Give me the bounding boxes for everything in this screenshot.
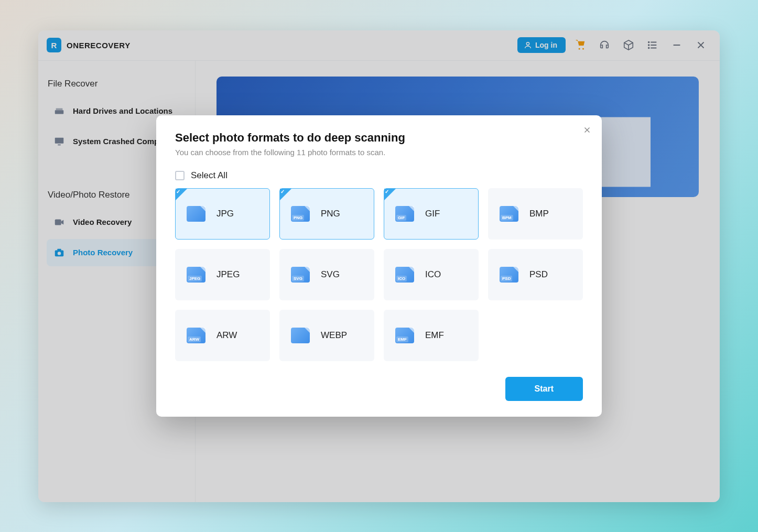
selected-check-icon <box>176 189 187 200</box>
file-type-icon: ICO <box>394 264 416 286</box>
format-card-jpg[interactable]: JPG <box>175 188 270 240</box>
file-type-icon <box>185 203 207 225</box>
file-type-icon: BPM <box>498 203 520 225</box>
checkbox-icon <box>175 171 185 180</box>
format-select-modal: Select photo formats to do deep scanning… <box>156 115 602 417</box>
format-label: PSD <box>529 269 548 280</box>
format-label: WEBP <box>321 330 347 341</box>
format-card-bmp[interactable]: BPMBMP <box>488 188 583 240</box>
file-type-icon: EMF <box>394 324 416 346</box>
format-card-gif[interactable]: GIFGIF <box>384 188 479 240</box>
format-label: JPG <box>216 209 234 219</box>
file-type-icon: PSD <box>498 264 520 286</box>
format-card-emf[interactable]: EMFEMF <box>384 310 479 361</box>
file-type-icon: GIF <box>394 203 416 225</box>
format-card-arw[interactable]: ARWARW <box>175 310 270 361</box>
modal-subtitle: You can choose from the following 11 pho… <box>175 148 583 157</box>
format-card-ico[interactable]: ICOICO <box>384 249 479 300</box>
format-label: ICO <box>425 269 441 280</box>
app-window: R ONERECOVERY Log in File Recover <box>38 30 720 502</box>
file-type-icon: PNG <box>289 203 311 225</box>
select-all-checkbox[interactable]: Select All <box>175 170 583 181</box>
selected-check-icon <box>280 189 291 200</box>
format-label: SVG <box>321 269 340 280</box>
format-label: BMP <box>529 209 549 219</box>
select-all-label: Select All <box>191 170 228 181</box>
modal-title: Select photo formats to do deep scanning <box>175 131 583 145</box>
format-card-svg[interactable]: SVGSVG <box>279 249 374 300</box>
format-card-webp[interactable]: WEBP <box>279 310 374 361</box>
format-card-psd[interactable]: PSDPSD <box>488 249 583 300</box>
format-label: GIF <box>425 209 440 219</box>
modal-close-button[interactable] <box>580 123 594 137</box>
file-type-icon: SVG <box>289 264 311 286</box>
file-type-icon: ARW <box>185 324 207 346</box>
format-card-png[interactable]: PNGPNG <box>279 188 374 240</box>
format-label: EMF <box>425 330 444 341</box>
selected-check-icon <box>384 189 396 200</box>
format-grid: JPGPNGPNGGIFGIFBPMBMPJPEGJPEGSVGSVGICOIC… <box>175 188 583 361</box>
file-type-icon: JPEG <box>185 264 207 286</box>
format-label: JPEG <box>216 269 240 280</box>
format-label: PNG <box>321 209 340 219</box>
start-button[interactable]: Start <box>505 377 583 401</box>
format-card-jpeg[interactable]: JPEGJPEG <box>175 249 270 300</box>
format-label: ARW <box>216 330 237 341</box>
file-type-icon <box>289 324 311 346</box>
modal-overlay: Select photo formats to do deep scanning… <box>38 30 720 502</box>
